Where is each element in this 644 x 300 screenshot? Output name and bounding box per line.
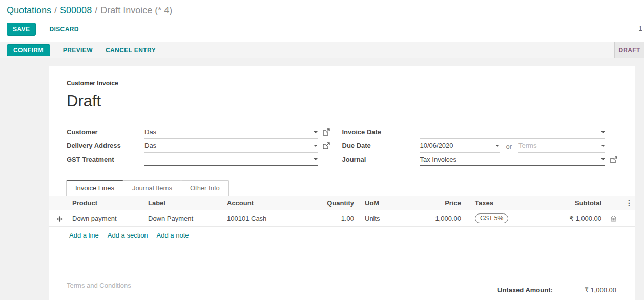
drag-handle-icon[interactable] xyxy=(56,216,63,222)
delivery-address-label: Delivery Address xyxy=(67,142,144,153)
cell-price[interactable]: 1,000.00 xyxy=(405,210,464,227)
breadcrumb-current: Draft Invoice (* 4) xyxy=(100,5,172,15)
untaxed-amount-row: Untaxed Amount: ₹ 1,000.00 xyxy=(497,284,616,299)
terms-and-conditions-input[interactable]: Terms and Conditions xyxy=(67,282,313,300)
statusbar: CONFIRM PREVIEW CANCEL ENTRY DRAFT xyxy=(0,42,644,58)
table-header-row: Product Label Account Quantity UoM Price… xyxy=(49,196,635,210)
breadcrumb-separator: / xyxy=(95,5,97,15)
cell-product[interactable]: Down payment xyxy=(70,210,146,227)
delete-row-icon[interactable] xyxy=(610,215,617,222)
chevron-down-icon[interactable] xyxy=(495,145,500,147)
external-link-icon[interactable] xyxy=(323,128,330,136)
col-header-product[interactable]: Product xyxy=(70,196,146,210)
col-header-quantity[interactable]: Quantity xyxy=(317,196,357,210)
preview-button[interactable]: PREVIEW xyxy=(63,47,93,54)
gst-treatment-label: GST Treatment xyxy=(67,156,144,166)
col-header-account[interactable]: Account xyxy=(224,196,317,210)
gst-treatment-field[interactable] xyxy=(144,154,318,166)
confirm-button[interactable]: CONFIRM xyxy=(7,44,50,56)
col-header-label[interactable]: Label xyxy=(146,196,224,210)
col-header-uom[interactable]: UoM xyxy=(357,196,405,210)
chevron-down-icon[interactable] xyxy=(314,145,318,147)
external-link-icon[interactable] xyxy=(323,142,330,149)
status-badge-draft[interactable]: DRAFT xyxy=(614,42,644,58)
tab-journal-items[interactable]: Journal Items xyxy=(123,180,181,196)
table-row[interactable]: Down payment Down Payment 100101 Cash 1.… xyxy=(49,210,635,227)
add-a-line-link[interactable]: Add a line xyxy=(69,231,99,239)
record-pager[interactable]: 1 / xyxy=(639,25,644,32)
customer-field[interactable]: Das xyxy=(144,126,318,139)
invoice-lines-table: Product Label Account Quantity UoM Price… xyxy=(49,196,635,227)
journal-field[interactable]: Tax Invoices xyxy=(420,154,606,166)
discard-button[interactable]: DISCARD xyxy=(49,26,78,33)
breadcrumb: Quotations/S00008/Draft Invoice (* 4) xyxy=(7,5,644,16)
due-date-field[interactable]: 10/06/2020 xyxy=(420,140,500,153)
payment-terms-field[interactable]: Terms xyxy=(518,140,605,153)
cell-uom[interactable]: Units xyxy=(357,210,405,227)
chevron-down-icon[interactable] xyxy=(601,131,605,133)
add-a-section-link[interactable]: Add a section xyxy=(108,231,148,239)
cell-account[interactable]: 100101 Cash xyxy=(224,210,317,227)
document-type-label: Customer Invoice xyxy=(67,80,617,87)
chevron-down-icon[interactable] xyxy=(601,145,605,147)
invoice-date-field[interactable] xyxy=(420,126,606,139)
due-date-label: Due Date xyxy=(342,142,420,153)
tab-other-info[interactable]: Other Info xyxy=(181,180,229,196)
invoice-date-label: Invoice Date xyxy=(342,128,420,139)
list-add-links: Add a line Add a section Add a note xyxy=(49,227,635,244)
chevron-down-icon[interactable] xyxy=(314,158,318,160)
cell-quantity[interactable]: 1.00 xyxy=(317,210,357,227)
customer-label: Customer xyxy=(67,128,144,139)
col-header-taxes[interactable]: Taxes xyxy=(464,196,553,210)
top-header: Quotations/S00008/Draft Invoice (* 4) SA… xyxy=(0,0,644,42)
tab-invoice-lines[interactable]: Invoice Lines xyxy=(66,180,123,196)
save-button[interactable]: SAVE xyxy=(7,23,36,36)
add-a-note-link[interactable]: Add a note xyxy=(157,231,189,239)
notebook-tabs: Invoice Lines Journal Items Other Info xyxy=(49,180,635,196)
external-link-icon[interactable] xyxy=(610,156,617,163)
chevron-down-icon[interactable] xyxy=(601,158,605,160)
breadcrumb-separator: / xyxy=(54,5,57,15)
breadcrumb-s00008[interactable]: S00008 xyxy=(60,5,92,15)
journal-label: Journal xyxy=(342,156,420,166)
breadcrumb-quotations[interactable]: Quotations xyxy=(7,5,51,15)
or-label: or xyxy=(506,143,512,153)
cancel-entry-button[interactable]: CANCEL ENTRY xyxy=(106,47,156,54)
page-title: Draft xyxy=(67,92,617,111)
chevron-down-icon[interactable] xyxy=(314,131,318,133)
cell-subtotal: ₹ 1,000.00 xyxy=(553,210,604,227)
delivery-address-field[interactable]: Das xyxy=(144,140,318,153)
totals-panel: Untaxed Amount: ₹ 1,000.00 SGST: ₹ 25.00 xyxy=(497,282,616,300)
invoice-form-sheet: Customer Invoice Draft Customer Das Deli… xyxy=(49,66,635,300)
col-header-subtotal[interactable]: Subtotal xyxy=(553,196,604,210)
optional-columns-icon[interactable]: ⋮ xyxy=(626,199,633,207)
col-header-price[interactable]: Price xyxy=(405,196,464,210)
cell-label[interactable]: Down Payment xyxy=(146,210,224,227)
tax-badge[interactable]: GST 5% xyxy=(475,213,508,223)
text-caret xyxy=(157,128,157,136)
